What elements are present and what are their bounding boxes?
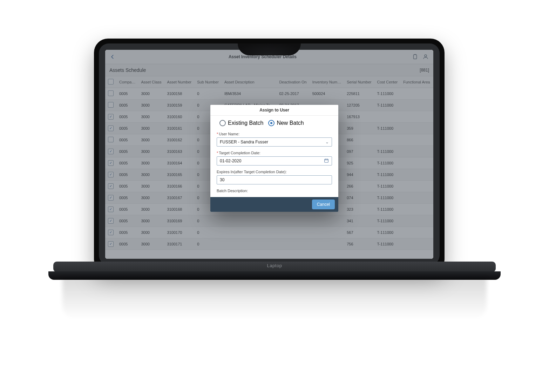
- batch-desc-label: Batch Description:: [217, 189, 248, 193]
- modal-footer: Cancel: [210, 197, 338, 212]
- modal-title: Assign to User: [210, 105, 338, 116]
- target-date-label: Target Completion Date:: [219, 151, 260, 155]
- expires-value: 30: [220, 177, 224, 182]
- radio-icon: [268, 120, 274, 126]
- camera-notch: [238, 43, 301, 55]
- expires-label: Expires In(after Target Completion Date)…: [217, 170, 287, 174]
- calendar-icon: [324, 158, 329, 164]
- radio-existing-batch[interactable]: Existing Batch: [219, 120, 263, 126]
- device-label: Laptop: [267, 263, 282, 268]
- cancel-button[interactable]: Cancel: [312, 200, 335, 209]
- svg-rect-2: [325, 159, 328, 162]
- expires-input[interactable]: 30: [217, 175, 332, 184]
- radio-existing-label: Existing Batch: [228, 120, 263, 126]
- target-date-value: 01-02-2020: [220, 158, 241, 163]
- radio-new-batch[interactable]: New Batch: [268, 120, 304, 126]
- radio-icon: [219, 120, 226, 126]
- user-name-label: User Name:: [219, 132, 239, 136]
- user-name-select[interactable]: FUSSER - Sandra Fusser ⌄: [217, 137, 332, 147]
- target-date-input[interactable]: 01-02-2020: [217, 156, 332, 165]
- assign-user-modal: Assign to User Existing Batch New Batch: [210, 105, 338, 212]
- chevron-down-icon: ⌄: [325, 140, 329, 144]
- radio-new-label: New Batch: [277, 120, 304, 126]
- laptop-frame: Asset Inventory Scheduler Details Assets…: [48, 11, 501, 326]
- user-name-value: FUSSER - Sandra Fusser: [220, 140, 268, 144]
